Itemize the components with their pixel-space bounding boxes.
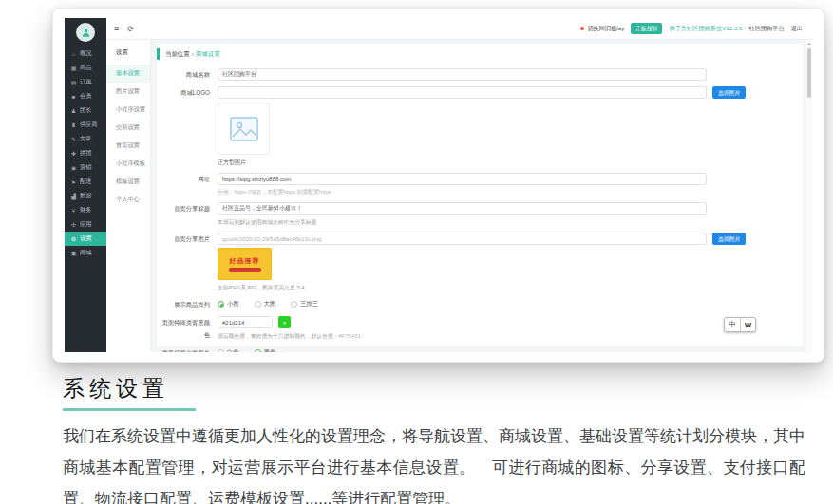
submenu-item-trade[interactable]: 交易设置	[106, 119, 150, 137]
color-swatch-button[interactable]: ▾	[278, 316, 291, 328]
submenu-item-basic[interactable]: 基本设置	[106, 65, 150, 83]
sidebar-item-data[interactable]: ▟数据	[65, 189, 106, 203]
site-url-hint: 示例：https://域名，未配置https 则需配置https	[218, 188, 795, 196]
sidebar-item-label: 概况	[80, 49, 91, 58]
radio-small-image[interactable]: 小图	[218, 300, 239, 308]
scroll-up-icon[interactable]: ▲	[806, 40, 812, 47]
form-row-mall-name: 商城名称	[157, 68, 795, 81]
sidebar-item-delivery[interactable]: ➤配送	[65, 175, 106, 189]
share-image-label: 首页分享图片	[157, 233, 218, 292]
paw-icon[interactable]: W	[740, 318, 755, 331]
image-placeholder-icon	[230, 117, 258, 141]
settings-submenu: 设置 基本设置 图片设置 小程序设置 交易设置 首页设置 小程序模板 模板设置 …	[106, 40, 151, 352]
share-title-label: 首页分享标题	[157, 202, 218, 227]
gear-icon: ⚙	[70, 235, 77, 242]
sidebar-item-leaders[interactable]: ♟团长	[65, 103, 106, 118]
breadcrumb-current[interactable]: 商城设置	[196, 50, 220, 57]
goods-style-radio-group: 小图 大图 三排三	[218, 298, 795, 310]
sidebar-item-apps[interactable]: ✣应用	[65, 217, 106, 232]
sidebar-item-label: 营销	[80, 163, 91, 172]
leader-icon: ♟	[70, 107, 77, 114]
radio-icon	[255, 349, 261, 352]
sidebar-item-label: 商城	[80, 249, 91, 257]
sidebar-item-label: 会员	[80, 92, 91, 101]
admin-right-area: ≡ ⟳ 切换回旧版lay 正版授权 狮子鱼社区团购系统V12.3.5 社区团购平…	[106, 18, 812, 352]
notice-dot-icon	[580, 27, 584, 30]
platform-name[interactable]: 社区团购平台	[749, 25, 785, 33]
mall-name-input[interactable]	[218, 68, 707, 81]
content-scrollbar[interactable]: ▲	[806, 40, 812, 352]
apps-icon: ✣	[70, 221, 77, 228]
sidebar-item-label: 商品	[80, 64, 91, 72]
sidebar-item-settings[interactable]: ⚙设置	[65, 232, 106, 246]
thumbnail-text: 好品推荐	[230, 256, 260, 266]
member-icon: ☻	[70, 94, 77, 100]
logout-link[interactable]: 退出	[791, 25, 803, 33]
form-row-title-color: 页面标题文字颜色 白色 黑色 头部颜色值，包括导航、标题、状态栏字体颜色，仅支持…	[157, 346, 795, 352]
sidebar-item-label: 财务	[80, 206, 91, 215]
submenu-item-mp-template[interactable]: 小程序模板	[106, 155, 150, 173]
share-image-input[interactable]	[218, 233, 707, 245]
radio-icon	[218, 301, 224, 308]
bg-color-input[interactable]	[218, 316, 273, 328]
translate-button[interactable]: 中	[725, 318, 740, 331]
refresh-icon[interactable]: ⟳	[127, 25, 134, 33]
groupbuy-icon: ✚	[70, 150, 77, 157]
title-color-label: 页面标题文字颜色	[157, 346, 218, 352]
radio-white[interactable]: 白色	[218, 348, 239, 352]
submenu-item-template[interactable]: 模板设置	[106, 173, 150, 191]
thumbnail-banner	[229, 268, 261, 272]
radio-label: 白色	[227, 348, 239, 352]
order-list-icon: ▤	[70, 79, 77, 85]
sidebar-item-groupbuy[interactable]: ✚拼团	[65, 146, 106, 160]
submenu-item-homepage[interactable]: 首页设置	[106, 137, 150, 155]
main-sidebar: ⌂概况 ▦商品 ▤订单 ☻会员 ♟团长 ♜供应商 ✎文章 ✚拼团 ◉营销 ➤配送…	[65, 18, 106, 352]
logo-placeholder[interactable]	[218, 103, 270, 155]
sidebar-item-members[interactable]: ☻会员	[65, 89, 106, 103]
radio-icon	[291, 301, 297, 308]
sidebar-item-label: 团长	[80, 106, 91, 115]
radio-label: 大图	[264, 300, 276, 308]
marketing-icon: ◉	[70, 164, 77, 171]
choose-logo-button[interactable]: 选择图片	[712, 86, 746, 99]
article-paragraph: 我们在系统设置中遵循更加人性化的设置理念，将导航设置、商城设置、基础设置等统计划…	[63, 420, 805, 504]
sidebar-item-label: 文章	[80, 135, 91, 143]
sidebar-item-goods[interactable]: ▦商品	[65, 61, 106, 75]
radio-three-per-row[interactable]: 三排三	[291, 300, 318, 308]
sidebar-item-overview[interactable]: ⌂概况	[65, 47, 106, 61]
site-url-input[interactable]	[218, 173, 707, 185]
switch-old-version-link[interactable]: 切换回旧版lay	[587, 25, 624, 33]
radio-large-image[interactable]: 大图	[255, 300, 276, 308]
sidebar-item-label: 拼团	[80, 149, 91, 158]
menu-toggle-icon[interactable]: ≡	[114, 24, 119, 33]
settings-main: 当前位置：商城设置 商城名称 商城LOGO	[151, 40, 812, 352]
share-image-thumbnail[interactable]: 好品推荐	[218, 248, 272, 280]
avatar[interactable]	[76, 23, 95, 42]
share-title-input[interactable]	[218, 202, 707, 215]
license-badge: 正版授权	[631, 23, 662, 34]
bg-color-hint: 填写颜色值，有效值为十六进制颜色，默认色值：#F75A51	[218, 332, 795, 341]
sidebar-item-marketing[interactable]: ◉营销	[65, 160, 106, 175]
radio-black[interactable]: 黑色	[255, 348, 276, 352]
submenu-item-profile[interactable]: 个人中心	[106, 191, 150, 209]
mall-logo-input[interactable]	[218, 86, 707, 99]
bg-color-label: 页面特殊类背景颜色	[157, 316, 218, 341]
share-image-hint: 支持PNG及JPG，图片宽高比是 5:4。	[218, 284, 795, 292]
title-color-radio-group: 白色 黑色	[218, 346, 795, 352]
logo-caption: 正方型图片	[218, 159, 795, 167]
sidebar-item-label: 设置	[80, 234, 91, 243]
submenu-item-images[interactable]: 图片设置	[106, 83, 150, 101]
finance-icon: ¥	[70, 208, 77, 214]
article-section: 系统设置 我们在系统设置中遵循更加人性化的设置理念，将导航设置、商城设置、基础设…	[63, 376, 805, 504]
sidebar-item-suppliers[interactable]: ♜供应商	[65, 118, 106, 132]
sidebar-item-label: 配送	[80, 177, 91, 186]
sidebar-item-orders[interactable]: ▤订单	[65, 75, 106, 89]
supplier-icon: ♜	[70, 121, 77, 128]
sidebar-item-mall[interactable]: ▣商城	[65, 246, 106, 260]
choose-share-image-button[interactable]: 选择图片	[712, 233, 746, 245]
sidebar-item-articles[interactable]: ✎文章	[65, 132, 106, 146]
scrollbar-thumb[interactable]	[807, 48, 811, 98]
admin-screenshot-window: ⌂概况 ▦商品 ▤订单 ☻会员 ♟团长 ♜供应商 ✎文章 ✚拼团 ◉营销 ➤配送…	[52, 8, 824, 363]
submenu-item-miniprogram[interactable]: 小程序设置	[106, 101, 150, 119]
sidebar-item-finance[interactable]: ¥财务	[65, 203, 106, 217]
